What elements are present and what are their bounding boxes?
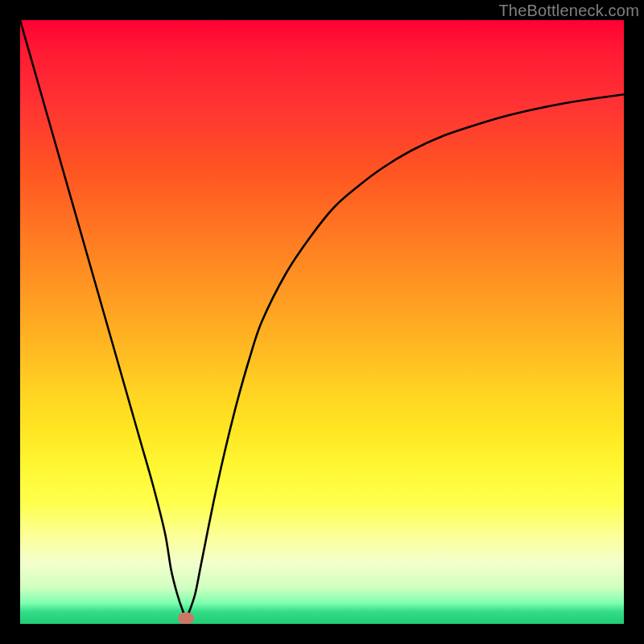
optimal-point-marker — [178, 613, 194, 624]
bottleneck-curve — [20, 20, 624, 618]
chart-frame: TheBottleneck.com — [0, 0, 644, 644]
watermark-text: TheBottleneck.com — [498, 2, 639, 20]
curve-layer — [20, 20, 624, 624]
plot-area — [20, 20, 624, 624]
